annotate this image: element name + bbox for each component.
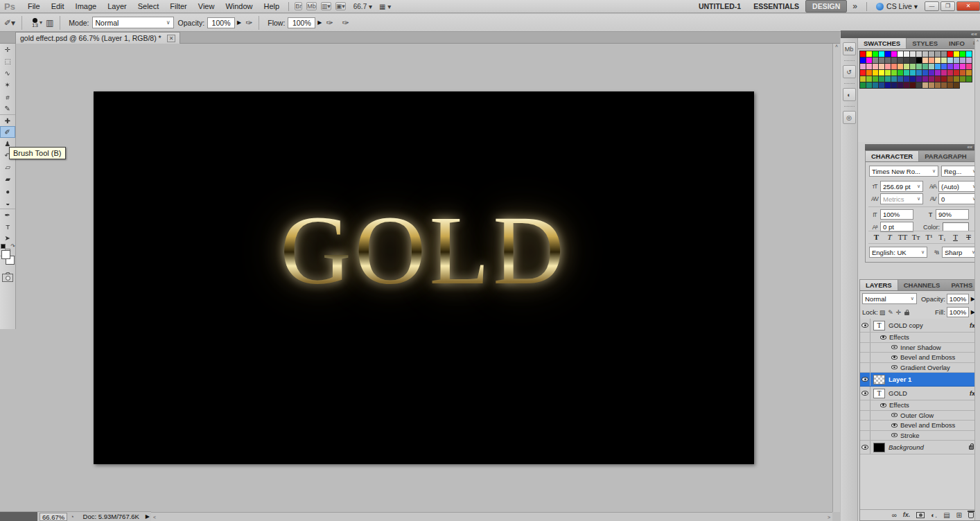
layers-opacity-field[interactable]: 100% [947,294,969,304]
tracking-select[interactable]: 0∨ [938,193,979,204]
language-select[interactable]: English: UK∨ [869,247,927,258]
eye-icon[interactable] [861,445,868,450]
brush-preset-picker[interactable]: 13 [32,18,38,28]
rectangular-marquee-tool[interactable]: ⬚ [0,55,15,67]
layer-row[interactable]: Outer Glow [860,411,979,421]
foreground-color-swatch[interactable] [1,250,10,259]
layers-tab-layers[interactable]: LAYERS [860,280,898,290]
layers-tab-channels[interactable]: CHANNELS [898,280,946,290]
eraser-tool[interactable]: ▱ [0,161,15,173]
visibility-cell[interactable] [860,441,870,454]
canvas-vertical-scrollbar[interactable]: ˄ [832,44,840,512]
canvas-horizontal-scrollbar[interactable]: ˂ ˃ [151,512,832,521]
horizontal-scale-field[interactable]: 90% [936,209,969,220]
menu-filter[interactable]: Filter [164,2,192,10]
crop-tool[interactable]: # [0,91,15,103]
color-swatch[interactable] [965,76,972,82]
scroll-up-arrow[interactable]: ˄ [835,44,838,48]
zoom-level-control[interactable]: 66.7 ▾ [353,3,372,10]
gradient-tool[interactable]: ▰ [0,173,15,185]
effect-name[interactable]: Outer Glow [900,412,934,419]
layer-name[interactable]: GOLD copy [889,321,923,329]
strikethrough-button[interactable]: T [963,233,974,241]
effect-name[interactable]: Bevel and Emboss [900,421,955,429]
layer-group-icon[interactable]: ▤ [943,511,950,519]
menu-edit[interactable]: Edit [46,2,70,10]
effect-name[interactable]: Gradient Overlay [900,364,950,371]
kerning-select[interactable]: Metrics∨ [880,193,923,204]
font-family-select[interactable]: Times New Ro...∨ [869,166,938,177]
visibility-cell[interactable] [860,387,870,400]
layers-fill-field[interactable]: 100% [947,307,969,317]
toggle-brush-panel-icon[interactable]: ▥ [46,18,53,28]
font-size-select[interactable]: 256.69 pt∨ [880,181,923,192]
character-panel-header[interactable]: «« ✕ [865,144,980,150]
dock-collapse-header[interactable]: «« [841,30,980,38]
type-tool[interactable]: T [0,220,15,232]
blend-mode-select[interactable]: Normal ∨ [92,17,174,28]
effect-eye-icon[interactable] [891,365,898,369]
pen-tool[interactable]: ✒ [0,209,15,220]
layer-thumbnail[interactable]: T [873,321,885,330]
color-swatch[interactable] [953,82,960,89]
menu-view[interactable]: View [193,2,220,10]
layer-thumbnail[interactable]: T [873,389,885,398]
close-button[interactable]: ✕ [956,1,980,11]
layer-row[interactable]: Background [860,441,979,454]
font-style-select[interactable]: Reg...∨ [941,166,979,177]
mini-bridge-icon[interactable]: Mb [306,2,317,10]
eye-icon[interactable] [861,377,868,382]
lasso-tool[interactable]: ∿ [0,67,15,79]
menu-file[interactable]: File [22,2,46,10]
visibility-cell[interactable] [860,421,870,430]
menu-help[interactable]: Help [259,2,286,10]
swatches-tab-info[interactable]: INFO [943,38,970,48]
spot-healing-brush-tool[interactable]: ✚ [0,114,15,126]
path-selection-tool[interactable]: ➤ [0,232,15,244]
menu-layer[interactable]: Layer [102,2,132,10]
layers-tab-paths[interactable]: PATHS [945,280,978,290]
effect-eye-icon[interactable] [891,355,898,360]
visibility-cell[interactable] [860,400,870,410]
small-caps-button[interactable]: Tᴛ [911,233,921,241]
visibility-cell[interactable] [860,343,870,353]
visibility-cell[interactable] [860,431,870,441]
mini-bridge-panel-icon[interactable]: Mb [843,42,856,55]
vertical-scale-field[interactable]: 100% [880,209,913,220]
effect-name[interactable]: Effects [889,333,909,341]
status-zoom-field[interactable]: 66.67% [40,513,67,521]
eye-icon[interactable] [861,391,868,396]
layer-name[interactable]: GOLD [889,389,907,397]
masks-panel-icon[interactable]: ◎ [843,111,856,124]
effect-eye-icon[interactable] [891,413,898,417]
scroll-right-arrow[interactable]: ˃ [828,515,830,520]
effect-name[interactable]: Inner Shadow [900,344,941,351]
adjustments-panel-icon[interactable]: ◐ [843,88,856,101]
swatches-tab-styles[interactable]: STYLES [907,38,943,48]
visibility-cell[interactable] [860,411,870,421]
link-layers-icon[interactable]: ∞ [892,511,897,519]
lock-all-icon[interactable] [904,310,910,315]
menu-image[interactable]: Image [70,2,103,10]
brush-tool-preset-icon[interactable]: ✐▾ [4,18,15,28]
delete-layer-icon[interactable] [968,512,974,518]
view-extras-icon[interactable]: ▦ ▾ [379,3,391,10]
layer-row[interactable]: Inner Shadow [860,343,979,353]
layer-row[interactable]: Effects [860,400,979,411]
layer-row[interactable]: TGOLD copyfx [860,319,979,333]
layer-row[interactable]: TGOLDfx [860,387,979,400]
eyedropper-tool[interactable]: ✎ [0,103,15,114]
airbrush-toggle-icon[interactable]: ✑ [326,18,333,28]
scroll-up-arrow[interactable]: ˄ [977,39,979,43]
visibility-cell[interactable] [860,373,870,386]
screen-mode-icon[interactable]: ▣▾ [335,2,346,10]
close-tab-icon[interactable]: ✕ [167,35,176,42]
leading-select[interactable]: (Auto)∨ [938,181,979,192]
layer-row[interactable]: Bevel and Emboss [860,421,979,431]
visibility-cell[interactable] [860,353,870,362]
quick-selection-tool[interactable]: ✶ [0,79,15,91]
eye-icon[interactable] [861,323,868,328]
flow-field[interactable]: 100% [288,17,315,28]
swap-colors-icon[interactable]: ↷ [10,243,15,249]
all-caps-button[interactable]: TT [898,233,908,241]
